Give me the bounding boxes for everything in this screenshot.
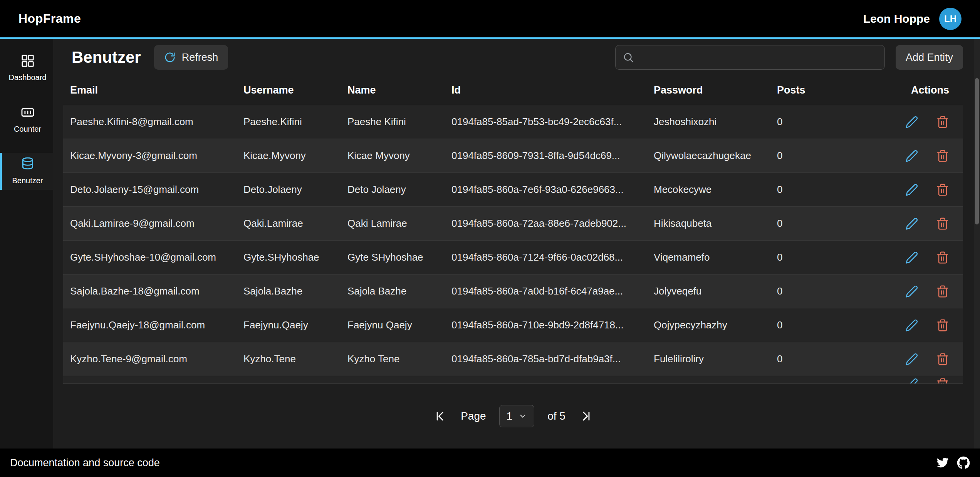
sidebar-item-dashboard[interactable]: Dashboard — [0, 50, 53, 87]
trash-icon — [936, 217, 949, 230]
delete-row-button[interactable] — [936, 115, 949, 129]
pencil-icon — [905, 217, 918, 230]
trash-icon — [936, 149, 949, 162]
cell-actions — [882, 376, 963, 384]
add-entity-button[interactable]: Add Entity — [896, 45, 963, 70]
cell-posts: 0 — [770, 150, 882, 162]
table-row: Faejynu.Qaejy-18@gmail.com Faejynu.Qaejy… — [63, 308, 963, 342]
refresh-button[interactable]: Refresh — [154, 45, 228, 70]
cell-actions — [882, 217, 963, 230]
cell-id: 0194fa85-860a-710e-9bd9-2d8f4718... — [445, 319, 647, 331]
delete-row-button[interactable] — [936, 353, 949, 366]
page-label: Page — [461, 410, 486, 422]
sidebar-item-label: Dashboard — [9, 73, 47, 82]
table-row — [63, 376, 963, 384]
delete-row-button[interactable] — [936, 149, 949, 162]
pencil-icon — [905, 251, 918, 264]
delete-row-button[interactable] — [936, 378, 949, 384]
edit-row-button[interactable] — [905, 285, 918, 298]
cell-email — [63, 376, 237, 378]
cell-password: Viqemamefo — [647, 251, 770, 263]
cell-name: Kicae Myvony — [341, 150, 445, 162]
delete-row-button[interactable] — [936, 217, 949, 230]
cell-name: Qaki Lamirae — [341, 218, 445, 229]
cell-password — [647, 376, 770, 378]
github-icon[interactable] — [957, 456, 970, 469]
page-title: Benutzer — [72, 48, 141, 67]
cell-password: Fuleliliroliry — [647, 353, 770, 365]
page-count-label: of 5 — [547, 410, 566, 422]
database-icon — [20, 157, 35, 173]
column-header-email: Email — [63, 84, 237, 96]
sidebar-item-benutzer[interactable]: Benutzer — [0, 153, 53, 190]
cell-id: 0194fa85-860a-72aa-88e6-7adeb902... — [445, 218, 647, 229]
cell-username: Qaki.Lamirae — [237, 218, 341, 229]
cell-username: Deto.Jolaeny — [237, 184, 341, 196]
pencil-icon — [905, 378, 918, 384]
column-header-password: Password — [647, 84, 770, 96]
edit-row-button[interactable] — [905, 149, 918, 162]
trash-icon — [936, 319, 949, 332]
avatar[interactable]: LH — [939, 8, 962, 30]
cell-username: Kicae.Myvony — [237, 150, 341, 162]
delete-row-button[interactable] — [936, 183, 949, 196]
cell-posts: 0 — [770, 184, 882, 196]
edit-row-button[interactable] — [905, 115, 918, 129]
cell-posts: 0 — [770, 285, 882, 297]
delete-row-button[interactable] — [936, 251, 949, 264]
trash-icon — [936, 285, 949, 298]
cell-name: Kyzho Tene — [341, 353, 445, 365]
delete-row-button[interactable] — [936, 285, 949, 298]
edit-row-button[interactable] — [905, 378, 918, 384]
cell-username: Kyzho.Tene — [237, 353, 341, 365]
edit-row-button[interactable] — [905, 319, 918, 332]
dashboard-grid-icon — [20, 54, 35, 70]
pencil-icon — [905, 183, 918, 196]
search-input[interactable] — [639, 51, 878, 64]
footer-icons — [936, 456, 970, 469]
cell-email: Faejynu.Qaejy-18@gmail.com — [63, 319, 237, 331]
cell-posts — [770, 376, 882, 378]
pencil-icon — [905, 285, 918, 298]
pencil-icon — [905, 115, 918, 129]
footer-docs-link[interactable]: Documentation and source code — [10, 457, 160, 469]
cell-name: Deto Jolaeny — [341, 184, 445, 196]
bird-icon[interactable] — [936, 456, 949, 469]
edit-row-button[interactable] — [905, 183, 918, 196]
delete-row-button[interactable] — [936, 319, 949, 332]
cell-password: Mecokecywe — [647, 184, 770, 196]
edit-row-button[interactable] — [905, 353, 918, 366]
refresh-icon — [164, 52, 176, 63]
pencil-icon — [905, 353, 918, 366]
scrollbar-track[interactable] — [974, 39, 980, 449]
cell-email: Paeshe.Kifini-8@gmail.com — [63, 116, 237, 128]
cell-posts: 0 — [770, 319, 882, 331]
last-page-button[interactable] — [579, 410, 592, 423]
chevron-down-icon — [519, 412, 527, 420]
cell-actions — [882, 183, 963, 196]
app-logo: HopFrame — [18, 12, 81, 26]
cell-username — [237, 376, 341, 378]
cell-posts: 0 — [770, 353, 882, 365]
cell-password: Qojypecyzhazhy — [647, 319, 770, 331]
pencil-icon — [905, 149, 918, 162]
cell-name: Sajola Bazhe — [341, 285, 445, 297]
cell-email: Deto.Jolaeny-15@gmail.com — [63, 184, 237, 196]
cell-actions — [882, 149, 963, 162]
cell-name: Faejynu Qaejy — [341, 319, 445, 331]
edit-row-button[interactable] — [905, 217, 918, 230]
cell-name: Paeshe Kifini — [341, 116, 445, 128]
first-page-button[interactable] — [435, 410, 448, 423]
scrollbar-thumb[interactable] — [975, 78, 979, 224]
sidebar-item-counter[interactable]: Counter — [0, 101, 53, 138]
cell-password: Jolyveqefu — [647, 285, 770, 297]
pagination: Page 1 of 5 — [63, 384, 963, 449]
edit-row-button[interactable] — [905, 251, 918, 264]
cell-posts: 0 — [770, 251, 882, 263]
page-select[interactable]: 1 — [499, 405, 535, 427]
page-select-value: 1 — [507, 410, 513, 422]
cell-email: Kyzho.Tene-9@gmail.com — [63, 353, 237, 365]
cell-password: Hikisaqubeta — [647, 218, 770, 229]
column-header-id: Id — [445, 84, 647, 96]
trash-icon — [936, 183, 949, 196]
